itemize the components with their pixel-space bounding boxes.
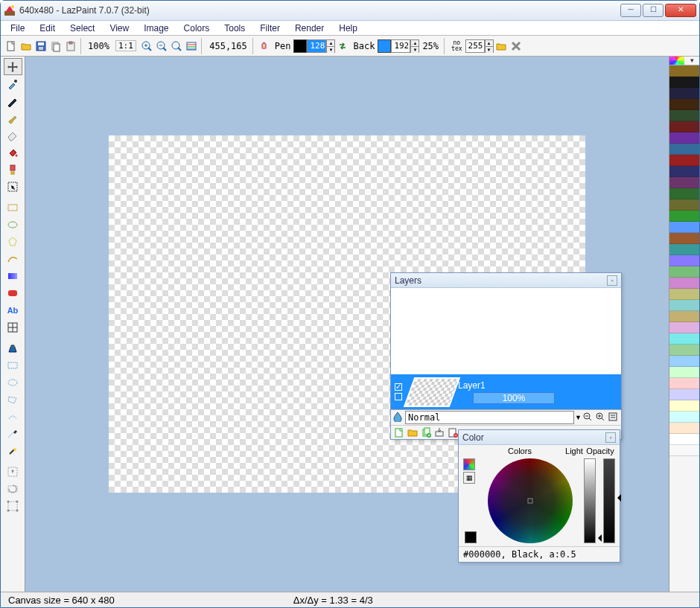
palette-swatch-34[interactable] — [669, 445, 699, 456]
rotate-selection-tool[interactable] — [4, 480, 22, 497]
layer-zoom-in-icon[interactable] — [595, 412, 607, 423]
palette-swatch-21[interactable] — [669, 300, 699, 311]
grid-icon[interactable] — [184, 39, 199, 54]
rectangle-tool[interactable] — [4, 199, 22, 216]
back-color-swatch[interactable] — [378, 39, 391, 53]
menu-filter[interactable]: Filter — [253, 22, 287, 34]
menu-view[interactable]: View — [103, 22, 136, 34]
palette-swatch-15[interactable] — [669, 233, 699, 244]
save-file-icon[interactable] — [34, 39, 48, 54]
palette-swatch-25[interactable] — [669, 345, 699, 356]
palette-swatch-20[interactable] — [669, 289, 699, 300]
layer-zoom-out-icon[interactable] — [582, 412, 594, 423]
color-wheel[interactable] — [488, 458, 573, 543]
layer-grid-icon[interactable] — [395, 393, 402, 400]
gradient-tool[interactable] — [4, 267, 22, 284]
ellipse-tool[interactable] — [4, 216, 22, 233]
palette-swatch-1[interactable] — [669, 77, 699, 88]
fill-tool[interactable] — [4, 144, 22, 161]
clear-texture-icon[interactable] — [509, 39, 524, 54]
layers-list[interactable] — [391, 288, 621, 374]
swap-colors-icon[interactable] — [335, 39, 350, 54]
text-tool[interactable]: Ab — [4, 301, 22, 319]
menu-file[interactable]: File — [4, 22, 31, 34]
back-width-spinner[interactable]: ▲▼ — [410, 39, 419, 53]
titlebar[interactable]: 640x480 - LazPaint 7.0.7 (32-bit) ─ ☐ ✕ — [1, 1, 699, 21]
eyedropper-tool[interactable] — [4, 75, 22, 92]
select-rect-tool[interactable] — [4, 356, 22, 374]
layers-panel-titlebar[interactable]: Layers ▫ — [391, 273, 621, 288]
select-poly-tool[interactable] — [4, 391, 22, 408]
pen-tool[interactable] — [4, 92, 22, 109]
layer-opacity-text[interactable]: 100% — [473, 392, 555, 404]
close-button[interactable]: ✕ — [665, 4, 696, 17]
add-layer-folder-icon[interactable] — [407, 426, 419, 438]
layer-name-text[interactable]: Layer1 — [458, 380, 618, 391]
eraser-tool[interactable] — [4, 127, 22, 144]
lightness-cursor-icon[interactable] — [594, 534, 602, 542]
edit-selection-tool[interactable] — [4, 497, 22, 514]
menu-image[interactable]: Image — [137, 22, 175, 34]
opacity-spinner[interactable]: ▲▼ — [485, 39, 494, 53]
palette-swatch-28[interactable] — [669, 378, 699, 389]
layers-panel-close-icon[interactable]: ▫ — [607, 275, 617, 286]
delete-layer-icon[interactable] — [447, 426, 459, 438]
palette-swatch-3[interactable] — [669, 99, 699, 110]
palette-swatch-31[interactable] — [669, 412, 699, 423]
palette-swatch-8[interactable] — [669, 155, 699, 166]
palette-swatch-17[interactable] — [669, 255, 699, 266]
zoom-out-icon[interactable] — [154, 39, 169, 54]
move-selection-tool[interactable] — [4, 463, 22, 480]
palette-swatch-11[interactable] — [669, 188, 699, 199]
palette-swatch-16[interactable] — [669, 244, 699, 255]
merge-layer-icon[interactable] — [433, 426, 445, 438]
palette-swatch-24[interactable] — [669, 333, 699, 345]
color-panel-titlebar[interactable]: Color ▫ — [459, 430, 620, 445]
palette-swatch-7[interactable] — [669, 144, 699, 155]
palette-swatch-26[interactable] — [669, 356, 699, 367]
palette-swatch-29[interactable] — [669, 389, 699, 400]
open-file-icon[interactable] — [19, 39, 34, 54]
deform-tool[interactable] — [4, 319, 22, 336]
remove-palette-icon[interactable]: ▦ — [463, 472, 475, 484]
paste-icon[interactable] — [63, 39, 78, 54]
open-texture-icon[interactable] — [494, 39, 509, 54]
polygon-tool[interactable] — [4, 233, 22, 250]
lightness-slider[interactable] — [584, 458, 596, 543]
palette-swatch-10[interactable] — [669, 177, 699, 188]
menu-colors[interactable]: Colors — [177, 22, 217, 34]
magic-wand-tool[interactable] — [4, 442, 22, 459]
pen-color-swatch[interactable] — [293, 39, 307, 53]
select-spline-tool[interactable] — [4, 408, 22, 425]
minimize-button[interactable]: ─ — [620, 4, 641, 17]
palette-swatch-33[interactable] — [669, 434, 699, 445]
duplicate-layer-icon[interactable] — [420, 426, 432, 438]
menu-help[interactable]: Help — [332, 22, 364, 34]
opacity-cursor-icon[interactable] — [614, 494, 621, 502]
palette-swatch-27[interactable] — [669, 367, 699, 378]
palette-swatch-14[interactable] — [669, 222, 699, 233]
menu-select[interactable]: Select — [63, 22, 101, 34]
no-texture-button[interactable]: no tex — [451, 40, 462, 52]
copy-icon[interactable] — [48, 39, 63, 54]
palette-swatch-19[interactable] — [669, 278, 699, 289]
palette-swatch-5[interactable] — [669, 121, 699, 132]
clone-tool[interactable] — [4, 161, 22, 178]
phong-tool[interactable] — [4, 284, 22, 301]
palette-swatch-18[interactable] — [669, 266, 699, 278]
palette-swatch-9[interactable] — [669, 166, 699, 177]
zoom-in-icon[interactable] — [139, 39, 154, 54]
palette-swatch-32[interactable] — [669, 423, 699, 434]
zoom-fit-icon[interactable] — [169, 39, 184, 54]
menu-render[interactable]: Render — [288, 22, 331, 34]
menu-edit[interactable]: Edit — [33, 22, 62, 34]
select-pen-tool[interactable] — [4, 425, 22, 442]
palette-swatch-4[interactable] — [669, 110, 699, 121]
spline-tool[interactable] — [4, 250, 22, 267]
color-panel-close-icon[interactable]: ▫ — [605, 432, 616, 443]
layer-menu-icon[interactable] — [608, 412, 620, 423]
palette-header[interactable]: ▾ — [669, 57, 699, 65]
palette-swatch-13[interactable] — [669, 211, 699, 222]
new-file-icon[interactable] — [4, 39, 19, 54]
color-panel[interactable]: Color ▫ Colors Light Opacity ▦ — [458, 429, 620, 563]
